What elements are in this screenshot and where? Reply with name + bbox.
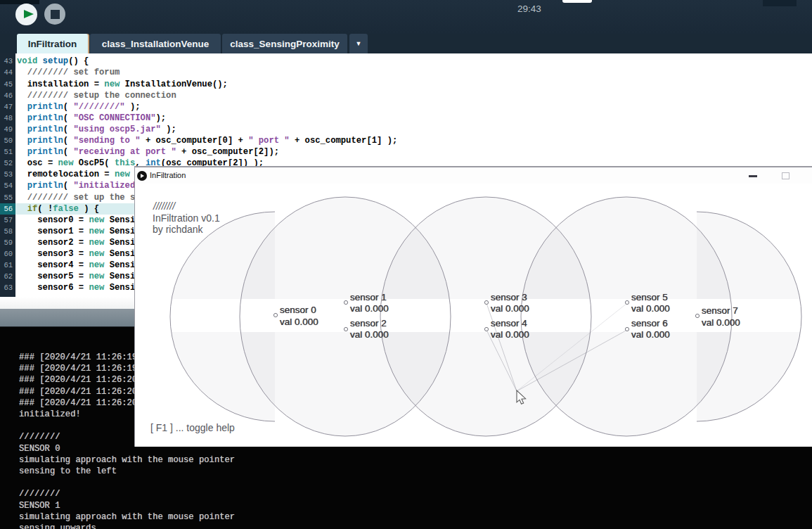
svg-text:sensor 5: sensor 5	[631, 292, 668, 302]
svg-text:val 0.000: val 0.000	[280, 317, 318, 327]
svg-text:val 0.000: val 0.000	[702, 317, 740, 328]
svg-text:val 0.000: val 0.000	[350, 329, 389, 340]
svg-text:sensor 7: sensor 7	[702, 305, 738, 316]
svg-text:[ F1 ] ... toggle help: [ F1 ] ... toggle help	[150, 422, 235, 433]
svg-text:sensor 0: sensor 0	[280, 305, 316, 315]
svg-text:val 0.000: val 0.000	[350, 303, 389, 314]
svg-text:sensor 1: sensor 1	[350, 292, 387, 302]
svg-text:sensor 3: sensor 3	[491, 292, 527, 302]
svg-text:sensor 2: sensor 2	[350, 318, 387, 329]
svg-text:val 0.000: val 0.000	[631, 303, 670, 314]
svg-text:val 0.000: val 0.000	[491, 303, 529, 314]
svg-text:InFiltration v0.1: InFiltration v0.1	[153, 212, 220, 224]
svg-text:val 0.000: val 0.000	[491, 329, 529, 340]
svg-text:sensor 6: sensor 6	[631, 318, 668, 329]
svg-text:val 0.000: val 0.000	[631, 329, 670, 340]
svg-text:by richdank: by richdank	[153, 224, 204, 235]
svg-text:////////: ////////	[153, 200, 176, 212]
svg-text:sensor 4: sensor 4	[491, 318, 527, 329]
